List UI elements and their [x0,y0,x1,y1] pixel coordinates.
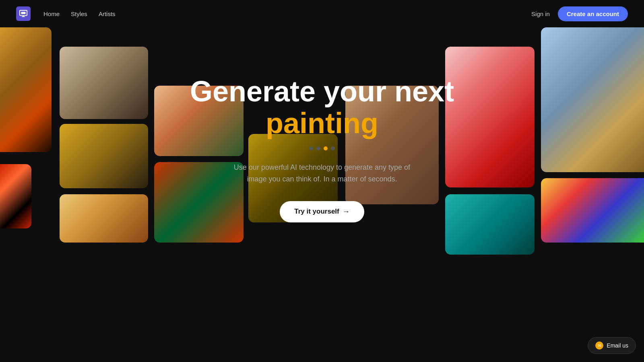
nav-right: Sign in Create an account [531,6,628,21]
email-us-label: Email us [607,342,628,349]
hero-title-line2: painting [266,107,378,139]
navbar: Home Styles Artists Sign in Create an ac… [0,0,644,27]
carousel-dots [309,146,335,150]
nav-links: Home Styles Artists [43,10,531,17]
nav-styles[interactable]: Styles [71,10,87,17]
dot-4[interactable] [331,146,335,150]
create-account-button[interactable]: Create an account [558,6,628,21]
dot-1[interactable] [309,146,313,150]
nav-home[interactable]: Home [43,10,60,17]
try-btn-label: Try it yourself [294,208,339,216]
try-yourself-button[interactable]: Try it yourself → [280,201,364,222]
hero-section: Generate your next painting Use our powe… [190,76,454,222]
logo[interactable] [16,6,31,21]
email-us-button[interactable]: ✉ Email us [588,337,636,354]
hero-subtitle: Use our powerful AI technology to genera… [225,162,419,185]
sign-in-button[interactable]: Sign in [531,10,550,17]
dot-2[interactable] [316,146,320,150]
nav-artists[interactable]: Artists [99,10,116,17]
email-icon: ✉ [595,341,603,350]
arrow-icon: → [343,208,350,216]
dot-3[interactable] [324,146,328,150]
logo-icon [19,9,28,18]
svg-rect-1 [21,12,26,14]
hero-title: Generate your next painting [190,76,454,139]
hero-title-line1: Generate your next [190,75,454,107]
